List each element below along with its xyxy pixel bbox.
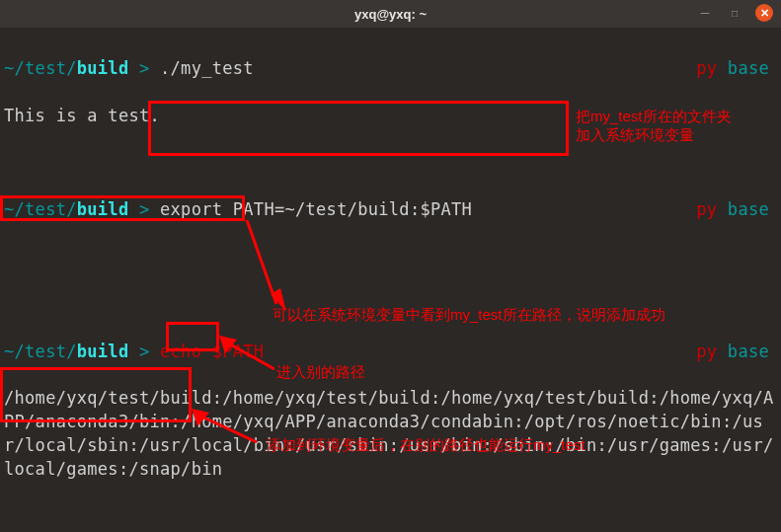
window-title: yxq@yxq: ~ — [354, 7, 427, 22]
window-titlebar: yxq@yxq: ~ ─ □ ✕ — [0, 0, 781, 28]
close-button[interactable]: ✕ — [755, 4, 773, 22]
prompt-line: ~/test/build > echo $PATHpy base — [4, 341, 777, 364]
minimize-button[interactable]: ─ — [696, 4, 714, 22]
output-line: /home/yxq/test/build:/home/yxq/test/buil… — [4, 387, 777, 481]
prompt-line: ~/test/build > export PATH=~/test/build:… — [4, 198, 777, 222]
maximize-button[interactable]: □ — [726, 4, 743, 22]
prompt-line: ~/test/build > ./my_testpy base — [4, 57, 777, 81]
window-controls: ─ □ ✕ — [696, 4, 773, 22]
terminal-content[interactable]: ~/test/build > ./my_testpy base This is … — [0, 28, 781, 532]
output-line: This is a test. — [4, 105, 777, 128]
